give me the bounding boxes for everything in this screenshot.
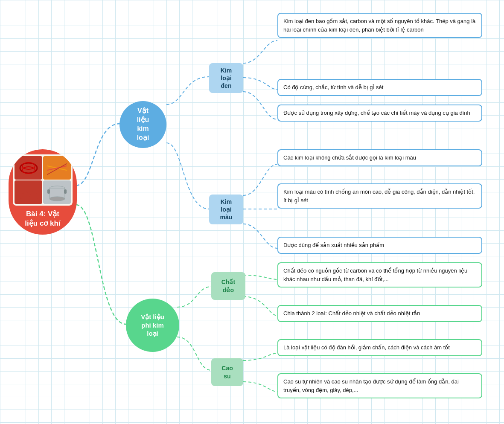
info-box-kim-loai-den-3: Được sử dụng trong xây dựng, chế tạo các… [277, 105, 482, 122]
info-text-9: Là loại vật liệu có độ đàn hồi, giảm chấ… [283, 344, 450, 351]
svg-rect-10 [47, 189, 50, 194]
svg-point-9 [50, 197, 65, 201]
info-box-cao-su-2: Cao su tự nhiên và cao su nhân tạo được … [277, 373, 482, 398]
node-vat-lieu-phi-kim-loai-label: Vật liệu phi kim loại [141, 313, 164, 338]
info-text-7: Chất dẻo có nguồn gốc từ carbon và có th… [283, 267, 467, 282]
root-image [13, 154, 73, 206]
info-text-3: Được sử dụng trong xây dựng, chế tạo các… [283, 110, 470, 116]
info-text-10: Cao su tự nhiên và cao su nhân tạo được … [283, 378, 459, 393]
info-box-chat-deo-1: Chất dẻo có nguồn gốc từ carbon và có th… [277, 262, 482, 288]
image-cell-2 [43, 156, 71, 180]
node-chat-deo: Chất dẻo [211, 272, 245, 300]
image-cell-4 [43, 180, 71, 204]
info-box-kim-loai-den-2: Có độ cứng, chắc, từ tính và dễ bị gỉ sé… [277, 79, 482, 96]
info-text-8: Chia thành 2 loại: Chất dẻo nhiệt và chấ… [283, 310, 420, 317]
image-cell-3 [15, 180, 42, 204]
node-cao-su-label: Cao su [221, 364, 233, 380]
info-text-5: Kim loại màu có tính chống ăn mòn cao, d… [283, 189, 475, 203]
node-cao-su: Cao su [211, 358, 243, 386]
node-kim-loai-mau: Kim loại màu [209, 195, 243, 224]
info-box-chat-deo-2: Chia thành 2 loại: Chất dẻo nhiệt và chấ… [277, 305, 482, 322]
info-text-1: Kim loại đen bao gồm sắt, carbon và một … [283, 18, 475, 33]
info-box-cao-su-1: Là loại vật liệu có độ đàn hồi, giảm chấ… [277, 339, 482, 356]
info-text-6: Được dùng để sản xuất nhiều sản phẩm [283, 242, 384, 248]
node-vat-lieu-phi-kim-loai: Vật liệu phi kim loại [126, 299, 179, 352]
image-cell-1 [15, 156, 42, 180]
node-vat-lieu-kim-loai: Vật liệu kim loại [119, 101, 166, 148]
info-text-2: Có độ cứng, chắc, từ tính và dễ bị gỉ sé… [283, 84, 383, 90]
root-node: Bài 4: Vật liệu cơ khí [9, 149, 77, 235]
root-label: Bài 4: Vật liệu cơ khí [9, 209, 77, 228]
info-box-kim-loai-mau-3: Được dùng để sản xuất nhiều sản phẩm [277, 237, 482, 254]
node-chat-deo-label: Chất dẻo [221, 278, 235, 293]
info-box-kim-loai-den-1: Kim loại đen bao gồm sắt, carbon và một … [277, 13, 482, 38]
node-kim-loai-mau-label: Kim loại màu [220, 198, 233, 221]
node-kim-loai-den-label: Kim loại đen [221, 67, 232, 90]
info-box-kim-loai-mau-1: Các kim loại không chứa sắt được gọi là … [277, 149, 482, 166]
node-vat-lieu-kim-loai-label: Vật liệu kim loại [137, 107, 149, 142]
svg-rect-11 [64, 189, 67, 194]
node-kim-loai-den: Kim loại đen [209, 63, 243, 93]
info-text-4: Các kim loại không chứa sắt được gọi là … [283, 154, 416, 161]
info-box-kim-loai-mau-2: Kim loại màu có tính chống ăn mòn cao, d… [277, 183, 482, 209]
